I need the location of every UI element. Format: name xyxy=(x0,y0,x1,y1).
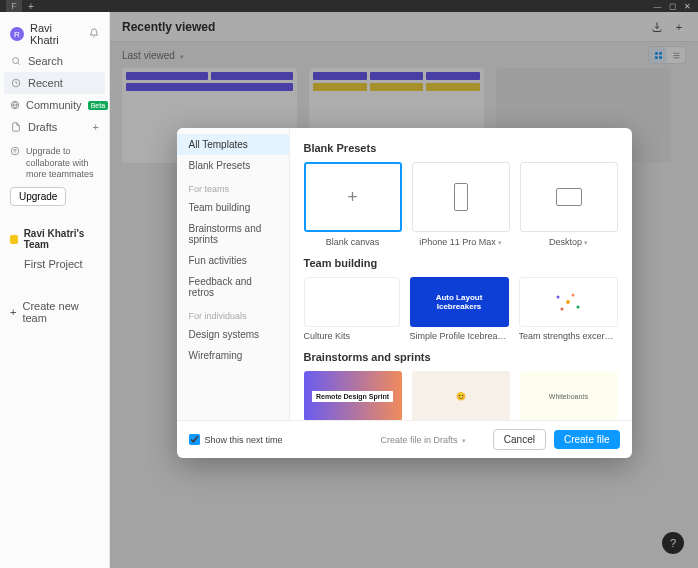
user-name: Ravi Khatri xyxy=(30,22,83,46)
project-item[interactable]: First Project xyxy=(0,254,109,274)
window-minimize-icon[interactable]: — xyxy=(653,2,662,11)
sidebar-item-community[interactable]: Community Beta xyxy=(0,94,109,116)
category-wireframing[interactable]: Wireframing xyxy=(177,345,289,366)
clock-icon xyxy=(10,78,22,88)
search-icon xyxy=(10,56,22,66)
svg-point-10 xyxy=(577,306,580,309)
app-frame: R Ravi Khatri Search Recent Community Be… xyxy=(0,12,698,568)
create-team-label: Create new team xyxy=(22,300,99,324)
svg-point-11 xyxy=(572,294,575,297)
svg-point-0 xyxy=(13,58,19,64)
template-whiteboards[interactable]: Whiteboards xyxy=(520,371,618,420)
preset-label: Desktop▾ xyxy=(520,237,618,247)
create-file-button[interactable]: Create file xyxy=(554,430,620,449)
template-thumbnail: Auto Layout Icebreakers xyxy=(410,277,509,327)
sidebar-item-search[interactable]: Search xyxy=(0,50,109,72)
preset-label: iPhone 11 Pro Max▾ xyxy=(412,237,510,247)
section-title-blank: Blank Presets xyxy=(304,142,618,154)
upgrade-banner: Upgrade to collaborate with more teammat… xyxy=(0,138,109,214)
team-name: Ravi Khatri's Team xyxy=(24,228,99,250)
chevron-down-icon: ▾ xyxy=(584,239,588,246)
window-maximize-icon[interactable]: ▢ xyxy=(668,2,677,11)
template-icebreaker[interactable]: Auto Layout Icebreakers Simple Profile I… xyxy=(410,277,509,341)
template-thumbnail: Remote Design Sprint xyxy=(304,371,402,420)
modal-content: Blank Presets + Blank canvas iPhone 11 P… xyxy=(290,128,632,420)
blank-preset-row: + Blank canvas iPhone 11 Pro Max▾ Deskto… xyxy=(304,162,618,247)
preset-blank-canvas[interactable]: + Blank canvas xyxy=(304,162,402,247)
modal-overlay: All Templates Blank Presets For teams Te… xyxy=(110,12,698,568)
checkbox-input[interactable] xyxy=(189,434,200,445)
chevron-down-icon: ▾ xyxy=(498,239,502,246)
template-thumbnail xyxy=(304,277,400,327)
preset-desktop[interactable]: Desktop▾ xyxy=(520,162,618,247)
template-strengths[interactable]: Team strengths excercise xyxy=(519,277,618,341)
category-blank-presets[interactable]: Blank Presets xyxy=(177,155,289,176)
template-label: Culture Kits xyxy=(304,331,400,341)
upgrade-button[interactable]: Upgrade xyxy=(10,187,66,206)
template-label: Simple Profile Icebreaker A... xyxy=(410,331,509,341)
chevron-down-icon: ▾ xyxy=(462,437,466,444)
thumb-text: Whiteboards xyxy=(549,393,588,400)
brainstorm-template-row: Remote Design Sprint 😊 Whiteboards xyxy=(304,371,618,420)
category-brainstorms[interactable]: Brainstorms and sprints xyxy=(177,218,289,250)
create-team-button[interactable]: + Create new team xyxy=(0,294,109,330)
team-template-row: Culture Kits Auto Layout Icebreakers Sim… xyxy=(304,277,618,341)
svg-point-12 xyxy=(561,308,564,311)
category-team-building[interactable]: Team building xyxy=(177,197,289,218)
show-next-time-checkbox[interactable]: Show this next time xyxy=(189,434,283,445)
user-row[interactable]: R Ravi Khatri xyxy=(0,18,109,50)
preset-iphone[interactable]: iPhone 11 Pro Max▾ xyxy=(412,162,510,247)
category-heading-individuals: For individuals xyxy=(177,303,289,324)
modal-sidebar: All Templates Blank Presets For teams Te… xyxy=(177,128,290,420)
sidebar: R Ravi Khatri Search Recent Community Be… xyxy=(0,12,110,568)
modal-footer: Show this next time Create file in Draft… xyxy=(177,420,632,458)
template-remote-sprint[interactable]: Remote Design Sprint xyxy=(304,371,402,420)
preset-label: Blank canvas xyxy=(304,237,402,247)
cancel-button[interactable]: Cancel xyxy=(493,429,546,450)
category-all-templates[interactable]: All Templates xyxy=(177,134,289,155)
svg-point-8 xyxy=(566,300,570,304)
plus-icon: + xyxy=(10,306,16,318)
window-titlebar: F + — ▢ ✕ xyxy=(0,0,698,12)
team-color-icon xyxy=(10,235,18,244)
category-design-systems[interactable]: Design systems xyxy=(177,324,289,345)
new-tab-button[interactable]: + xyxy=(28,1,34,12)
phone-icon xyxy=(454,183,468,211)
sidebar-item-label: Drafts xyxy=(28,121,57,133)
upgrade-text: Upgrade to collaborate with more teammat… xyxy=(26,146,99,181)
file-icon xyxy=(10,122,22,132)
create-location-dropdown[interactable]: Create file in Drafts ▾ xyxy=(381,435,467,445)
sidebar-item-drafts[interactable]: Drafts + xyxy=(0,116,109,138)
template-emoji-grid[interactable]: 😊 xyxy=(412,371,510,420)
plus-icon: + xyxy=(347,187,358,208)
checkbox-label: Show this next time xyxy=(205,435,283,445)
desktop-icon xyxy=(556,188,582,206)
sidebar-item-recent[interactable]: Recent xyxy=(4,72,105,94)
main-area: Recently viewed + Last viewed ▾ ? All Te… xyxy=(110,12,698,568)
category-feedback-retros[interactable]: Feedback and retros xyxy=(177,271,289,303)
team-header[interactable]: Ravi Khatri's Team xyxy=(0,224,109,254)
location-label: Create file in Drafts xyxy=(381,435,458,445)
app-tab[interactable]: F xyxy=(6,0,22,12)
new-file-modal: All Templates Blank Presets For teams Te… xyxy=(177,128,632,458)
section-title-team: Team building xyxy=(304,257,618,269)
category-heading-teams: For teams xyxy=(177,176,289,197)
template-label: Team strengths excercise xyxy=(519,331,618,341)
thumb-text: Remote Design Sprint xyxy=(312,391,393,402)
template-culture-kits[interactable]: Culture Kits xyxy=(304,277,400,341)
category-fun-activities[interactable]: Fun activities xyxy=(177,250,289,271)
globe-icon xyxy=(10,100,20,110)
upgrade-icon xyxy=(10,146,20,181)
section-title-brainstorms: Brainstorms and sprints xyxy=(304,351,618,363)
sidebar-item-label: Community xyxy=(26,99,82,111)
sidebar-item-label: Recent xyxy=(28,77,63,89)
svg-point-9 xyxy=(557,296,560,299)
plus-icon[interactable]: + xyxy=(93,121,99,133)
avatar: R xyxy=(10,27,24,41)
template-thumbnail: Whiteboards xyxy=(520,371,618,420)
bell-icon[interactable] xyxy=(89,28,99,40)
beta-badge: Beta xyxy=(88,101,108,110)
sidebar-item-label: Search xyxy=(28,55,63,67)
window-close-icon[interactable]: ✕ xyxy=(683,2,692,11)
template-thumbnail xyxy=(519,277,618,327)
